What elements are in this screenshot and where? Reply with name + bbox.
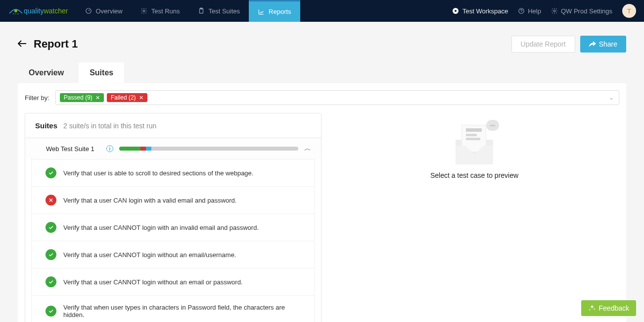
settings-label: QW Prod Settings [561, 7, 612, 15]
progress-passed [119, 147, 140, 151]
preview-panel: ••• Select a test case to preview [329, 113, 619, 322]
logo-text: qualitywatcher [24, 7, 68, 15]
svg-point-4 [519, 8, 524, 14]
settings-link[interactable]: QW Prod Settings [551, 7, 612, 15]
nav-test-suites[interactable]: Test Suites [189, 0, 249, 22]
test-name: Verify that a user CANNOT login without … [63, 278, 242, 286]
nav-right: Test Workspace Help QW Prod Settings T [453, 0, 644, 22]
page-header: Report 1 Update Report Share [18, 36, 626, 53]
tabs: Overview Suites [18, 62, 626, 83]
test-item[interactable]: Verify that a user CANNOT login without … [31, 241, 315, 268]
test-name: Verify that a user CAN login with a vali… [63, 197, 236, 204]
test-item[interactable]: Verify that when user types in character… [31, 296, 315, 322]
chevron-down-icon: ⌄ [609, 94, 614, 101]
progress-other [146, 147, 151, 151]
test-name: Verify that when user types in character… [63, 304, 301, 319]
suites-header-title: Suites [35, 121, 57, 130]
info-icon[interactable]: i [106, 145, 113, 152]
back-arrow-icon[interactable] [18, 39, 27, 50]
svg-point-2 [143, 10, 145, 12]
feedback-button-label: Feedback [599, 304, 629, 312]
test-name: Verify that a user CANNOT login without … [63, 251, 236, 259]
top-navigation: qualitywatcher Overview Test Runs Test S… [0, 0, 644, 22]
logo[interactable]: qualitywatcher [0, 0, 76, 22]
progress-failed [140, 147, 146, 151]
workspace-indicator[interactable]: Test Workspace [453, 7, 508, 15]
gear-icon [140, 7, 147, 14]
help-link[interactable]: Help [518, 7, 541, 15]
feedback-button[interactable]: Feedback [581, 300, 636, 316]
nav-test-runs[interactable]: Test Runs [132, 0, 189, 22]
test-item[interactable]: Verify that a user CANNOT login with an … [31, 214, 315, 241]
gauge-icon [85, 7, 92, 14]
preview-empty-illustration: ••• [450, 120, 499, 164]
share-button-label: Share [599, 40, 617, 48]
speech-bubble-icon: ••• [486, 120, 499, 131]
test-item[interactable]: Verify that user is able to scroll to de… [31, 159, 315, 187]
nav-test-runs-label: Test Runs [151, 7, 180, 15]
tab-overview[interactable]: Overview [18, 62, 75, 83]
update-report-button[interactable]: Update Report [511, 36, 575, 53]
workspace-dot-icon [453, 8, 459, 14]
avatar[interactable]: T [622, 4, 636, 18]
test-name: Verify that user is able to scroll to de… [63, 169, 253, 177]
suites-header: Suites 2 suite/s in total in this test r… [25, 113, 321, 138]
preview-empty-text: Select a test case to preview [430, 171, 518, 179]
nav-overview-label: Overview [96, 7, 123, 15]
share-icon [589, 41, 596, 47]
nav-reports[interactable]: Reports [249, 0, 300, 22]
filter-tag-passed: Passed (9) ✕ [60, 93, 104, 102]
suite-name: Web Test Suite 1 [46, 145, 100, 153]
filter-select[interactable]: Passed (9) ✕ Failed (2) ✕ ⌄ [55, 90, 619, 105]
settings-icon [551, 7, 558, 14]
suite-row[interactable]: Web Test Suite 1 i ︿ [25, 138, 321, 159]
logo-icon [8, 5, 24, 17]
chevron-up-icon[interactable]: ︿ [304, 144, 311, 153]
nav-test-suites-label: Test Suites [209, 7, 240, 15]
help-label: Help [528, 7, 541, 15]
nav-overview[interactable]: Overview [76, 0, 132, 22]
filter-label: Filter by: [25, 94, 49, 102]
suites-header-count: 2 suite/s in total in this test run [63, 122, 156, 130]
filter-tag-failed: Failed (2) ✕ [107, 93, 147, 102]
svg-point-0 [14, 9, 17, 12]
content-card: Filter by: Passed (9) ✕ Failed (2) ✕ ⌄ S… [18, 83, 626, 322]
check-icon [46, 276, 56, 287]
page-title: Report 1 [34, 38, 78, 51]
filter-tag-passed-label: Passed (9) [64, 94, 92, 101]
suites-panel: Suites 2 suite/s in total in this test r… [25, 113, 322, 322]
close-icon[interactable]: ✕ [95, 95, 100, 101]
chart-icon [258, 8, 265, 15]
sparkle-icon [588, 304, 596, 312]
progress-bar [119, 147, 298, 151]
nav-items: Overview Test Runs Test Suites Reports [76, 0, 300, 22]
share-button[interactable]: Share [580, 36, 626, 53]
nav-reports-label: Reports [269, 8, 291, 15]
tab-suites[interactable]: Suites [79, 62, 124, 83]
test-item[interactable]: Verify that a user CANNOT login without … [31, 268, 315, 296]
test-item[interactable]: Verify that a user CAN login with a vali… [31, 187, 315, 214]
test-list: Verify that user is able to scroll to de… [25, 159, 321, 322]
check-icon [46, 167, 56, 178]
check-icon [46, 249, 56, 260]
test-name: Verify that a user CANNOT login with an … [63, 224, 259, 231]
svg-point-5 [553, 10, 555, 12]
close-icon[interactable]: ✕ [139, 95, 143, 101]
help-icon [518, 7, 525, 14]
workspace-label: Test Workspace [462, 7, 508, 15]
clipboard-icon [198, 7, 205, 14]
filter-row: Filter by: Passed (9) ✕ Failed (2) ✕ ⌄ [25, 90, 619, 105]
filter-tag-failed-label: Failed (2) [111, 94, 136, 101]
x-icon [46, 195, 56, 206]
check-icon [46, 306, 56, 317]
check-icon [46, 222, 56, 233]
